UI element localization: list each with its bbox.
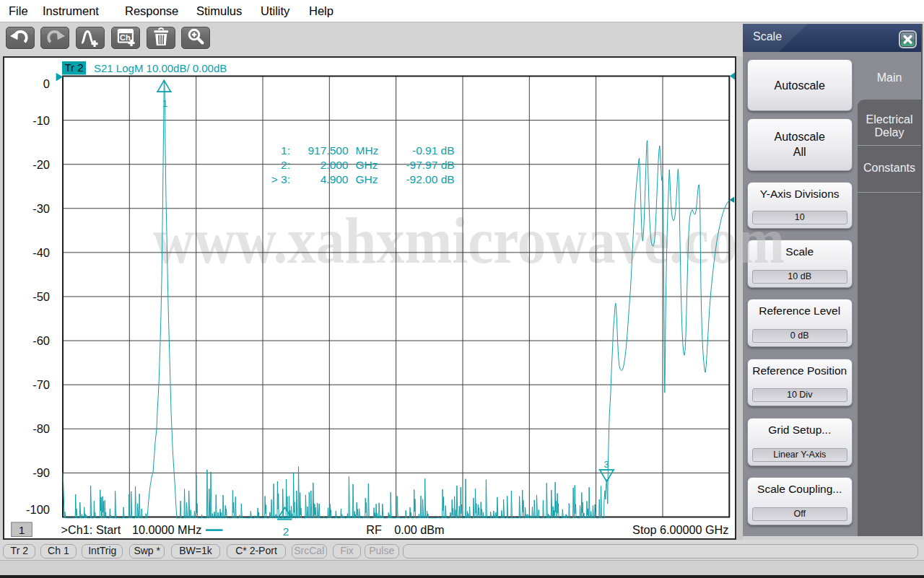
svg-text:GHz: GHz: [356, 159, 378, 171]
svg-text:MHz: MHz: [356, 144, 379, 157]
svg-text:-0.91 dB: -0.91 dB: [412, 144, 455, 157]
svg-text:2: 2: [283, 525, 289, 538]
svg-text:3: 3: [603, 459, 609, 470]
svg-text:917.500: 917.500: [308, 144, 348, 157]
svg-text:0.00 dBm: 0.00 dBm: [394, 523, 444, 536]
svg-text:4.900: 4.900: [321, 173, 349, 185]
svg-text:-60: -60: [32, 334, 50, 347]
svg-text:-20: -20: [32, 158, 50, 171]
svg-text:Ch: Ch: [120, 33, 131, 42]
svg-text:-30: -30: [32, 202, 50, 215]
svg-text:-80: -80: [32, 422, 50, 435]
svg-text:1:: 1:: [281, 144, 290, 157]
svg-text:-100: -100: [26, 503, 50, 516]
svg-text:1: 1: [162, 98, 168, 109]
svg-text:Tr 2: Tr 2: [64, 61, 83, 74]
svg-text:GHz: GHz: [356, 173, 378, 185]
svg-text:0: 0: [43, 77, 50, 90]
svg-text:1: 1: [19, 524, 25, 536]
svg-text:2.000: 2.000: [321, 159, 349, 171]
svg-text:RF: RF: [366, 523, 382, 536]
svg-text:10.0000 MHz: 10.0000 MHz: [132, 523, 201, 536]
svg-text:> 3:: > 3:: [271, 173, 290, 185]
svg-text:-70: -70: [32, 378, 50, 391]
svg-text:2:: 2:: [281, 159, 290, 171]
svg-text:-92.00 dB: -92.00 dB: [406, 173, 454, 185]
svg-text:Stop 6.00000 GHz: Stop 6.00000 GHz: [632, 523, 728, 536]
svg-text:-97.97 dB: -97.97 dB: [406, 159, 454, 171]
svg-text:Start: Start: [96, 523, 121, 536]
svg-text:-40: -40: [32, 246, 50, 259]
svg-text:-50: -50: [32, 290, 50, 303]
svg-text:-90: -90: [32, 466, 50, 479]
svg-text:S21 LogM 10.00dB/ 0.00dB: S21 LogM 10.00dB/ 0.00dB: [94, 62, 227, 74]
svg-text:-10: -10: [32, 114, 50, 127]
svg-text:>Ch1:: >Ch1:: [61, 523, 93, 536]
